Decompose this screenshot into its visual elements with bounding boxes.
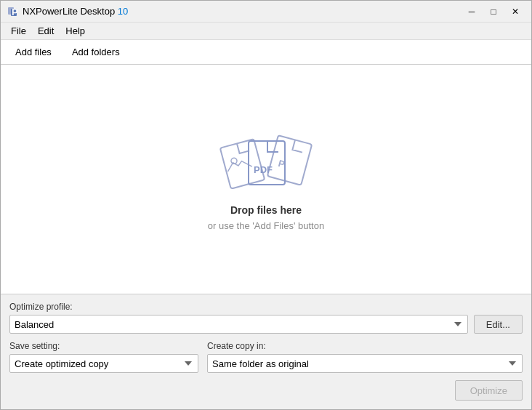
create-copy-section: Create copy in: Same folder as original … bbox=[207, 341, 523, 373]
optimize-profile-label: Optimize profile: bbox=[9, 302, 523, 312]
close-button[interactable]: ✕ bbox=[505, 4, 525, 19]
create-copy-label: Create copy in: bbox=[207, 341, 523, 351]
app-window: P NXPowerLite Desktop 10 ─ □ ✕ File Edit… bbox=[0, 0, 532, 410]
menu-edit[interactable]: Edit bbox=[32, 24, 60, 38]
title-bar-controls: ─ □ ✕ bbox=[462, 4, 525, 19]
drop-zone[interactable]: P PDF Drop files here or use the 'Add Fi… bbox=[1, 65, 531, 294]
save-copy-row: Save setting: Create optimized copy Save… bbox=[9, 341, 523, 373]
add-files-button[interactable]: Add files bbox=[7, 44, 60, 60]
profile-select[interactable]: Balanced Maximum compression Images only… bbox=[9, 315, 468, 334]
profile-controls: Balanced Maximum compression Images only… bbox=[9, 315, 523, 334]
optimize-row: Optimize bbox=[9, 380, 523, 401]
bottom-panel: Optimize profile: Balanced Maximum compr… bbox=[1, 294, 531, 409]
svg-text:P: P bbox=[12, 7, 18, 17]
title-bar-text: NXPowerLite Desktop 10 bbox=[23, 6, 462, 17]
optimize-button[interactable]: Optimize bbox=[455, 380, 523, 401]
minimize-button[interactable]: ─ bbox=[462, 4, 482, 19]
menu-bar: File Edit Help bbox=[1, 23, 531, 40]
maximize-button[interactable]: □ bbox=[483, 4, 504, 19]
title-bar: P NXPowerLite Desktop 10 ─ □ ✕ bbox=[1, 1, 531, 23]
svg-rect-5 bbox=[267, 135, 312, 185]
save-setting-select[interactable]: Create optimized copy Save in place Save… bbox=[9, 354, 198, 373]
menu-file[interactable]: File bbox=[5, 24, 32, 38]
edit-button[interactable]: Edit... bbox=[474, 315, 523, 334]
toolbar: Add files Add folders bbox=[1, 40, 531, 65]
menu-help[interactable]: Help bbox=[60, 24, 91, 38]
drop-zone-title: Drop files here bbox=[230, 204, 302, 216]
optimize-profile-section: Optimize profile: Balanced Maximum compr… bbox=[9, 302, 523, 334]
drop-zone-icon: P PDF bbox=[219, 128, 313, 196]
save-setting-label: Save setting: bbox=[9, 341, 198, 351]
add-folders-button[interactable]: Add folders bbox=[63, 44, 129, 60]
create-copy-select[interactable]: Same folder as original Custom folder... bbox=[207, 354, 523, 373]
save-setting-section: Save setting: Create optimized copy Save… bbox=[9, 341, 198, 373]
app-icon: P bbox=[7, 6, 18, 17]
drop-zone-subtitle: or use the 'Add Files' button bbox=[208, 220, 324, 231]
svg-text:PDF: PDF bbox=[254, 164, 273, 175]
